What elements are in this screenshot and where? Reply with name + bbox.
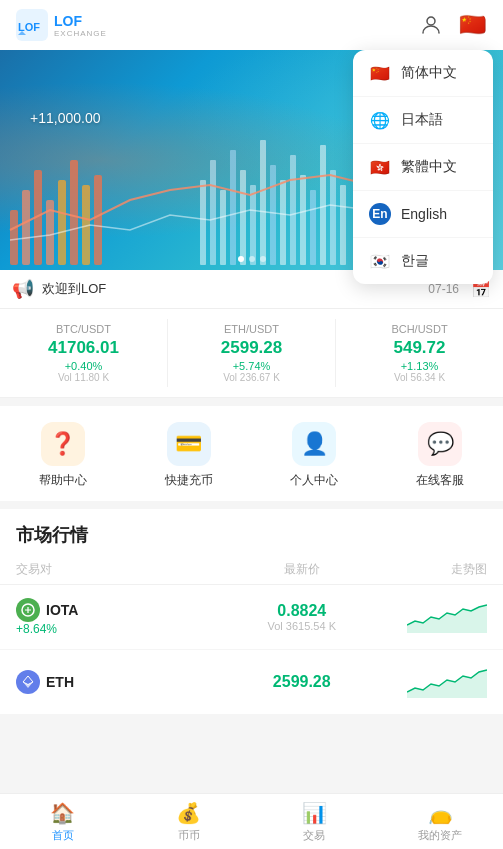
ticker-change-btc: +0.40% — [8, 360, 159, 372]
svg-rect-12 — [200, 180, 206, 265]
eth-coin-icon — [16, 670, 40, 694]
svg-rect-26 — [340, 185, 346, 265]
app-header: LOF LOF EXCHANGE 🇨🇳 — [0, 0, 503, 50]
action-support[interactable]: 💬 在线客服 — [377, 422, 503, 489]
svg-text:LOF: LOF — [18, 21, 40, 33]
ticker-item-btc[interactable]: BTC/USDT 41706.01 +0.40% Vol 11.80 K — [0, 319, 168, 387]
lang-item-english[interactable]: En English — [353, 191, 493, 238]
action-label-support: 在线客服 — [416, 472, 464, 489]
iota-pair-name: IOTA — [46, 602, 78, 618]
market-row-eth[interactable]: ETH 2599.28 — [0, 650, 503, 715]
eth-mini-chart — [407, 662, 487, 698]
ticker-vol-eth: Vol 236.67 K — [176, 372, 327, 383]
ticker-price-eth: 2599.28 — [176, 338, 327, 358]
svg-rect-11 — [94, 175, 102, 265]
ticker-vol-btc: Vol 11.80 K — [8, 372, 159, 383]
lang-item-simplified-chinese[interactable]: 🇨🇳 简体中文 — [353, 50, 493, 97]
svg-rect-22 — [300, 175, 306, 265]
flag-english: En — [369, 203, 391, 225]
profile-icon-wrap: 👤 — [292, 422, 336, 466]
lang-label-korean: 한글 — [401, 252, 429, 270]
lang-item-korean[interactable]: 🇰🇷 한글 — [353, 238, 493, 284]
nav-label-trade: 交易 — [303, 828, 325, 843]
price-col-eth: 2599.28 — [207, 673, 398, 691]
coins-icon: 💰 — [176, 801, 201, 825]
lang-label-simplified-chinese: 简体中文 — [401, 64, 457, 82]
action-recharge[interactable]: 💳 快捷充币 — [126, 422, 252, 489]
eth-price: 2599.28 — [207, 673, 398, 691]
lang-label-english: English — [401, 206, 447, 222]
svg-rect-9 — [70, 160, 78, 265]
svg-rect-24 — [320, 145, 326, 265]
svg-rect-14 — [220, 190, 226, 265]
support-icon-wrap: 💬 — [418, 422, 462, 466]
svg-point-3 — [427, 17, 435, 25]
ticker-price-btc: 41706.01 — [8, 338, 159, 358]
banner-dot-2[interactable] — [249, 256, 255, 262]
nav-label-home: 首页 — [52, 828, 74, 843]
action-profile[interactable]: 👤 个人中心 — [252, 422, 378, 489]
svg-rect-18 — [260, 140, 266, 265]
ticker-pair-bch: BCH/USDT — [344, 323, 495, 335]
nav-label-assets: 我的资产 — [418, 828, 462, 843]
ticker-change-bch: +1.13% — [344, 360, 495, 372]
pair-col-eth: ETH — [16, 670, 207, 694]
lang-item-traditional-chinese[interactable]: 🇭🇰 繁體中文 — [353, 144, 493, 191]
svg-rect-23 — [310, 190, 316, 265]
help-icon: ❓ — [49, 431, 76, 457]
svg-rect-13 — [210, 160, 216, 265]
nav-trade[interactable]: 📊 交易 — [252, 794, 378, 849]
iota-vol: Vol 3615.54 K — [207, 620, 398, 632]
ticker-pair-eth: ETH/USDT — [176, 323, 327, 335]
svg-marker-28 — [407, 605, 487, 633]
ticker-item-eth[interactable]: ETH/USDT 2599.28 +5.74% Vol 236.67 K — [168, 319, 336, 387]
nav-assets[interactable]: 👝 我的资产 — [377, 794, 503, 849]
svg-rect-4 — [10, 210, 18, 265]
nav-label-coins: 币币 — [178, 828, 200, 843]
home-icon: 🏠 — [50, 801, 75, 825]
recharge-icon-wrap: 💳 — [167, 422, 211, 466]
lang-label-japanese: 日本語 — [401, 111, 443, 129]
svg-rect-16 — [240, 170, 246, 265]
flag-japanese: 🌐 — [369, 109, 391, 131]
bottom-navigation: 🏠 首页 💰 币币 📊 交易 👝 我的资产 — [0, 793, 503, 849]
lang-label-traditional-chinese: 繁體中文 — [401, 158, 457, 176]
banner-amount: +11,000.00 — [30, 110, 100, 126]
action-label-profile: 个人中心 — [290, 472, 338, 489]
market-section: 市场行情 交易对 最新价 走势图 IOTA +8.64% 0.8824 Vol … — [0, 509, 503, 715]
nav-home[interactable]: 🏠 首页 — [0, 794, 126, 849]
price-ticker: BTC/USDT 41706.01 +0.40% Vol 11.80 K ETH… — [0, 309, 503, 398]
iota-change: +8.64% — [16, 622, 207, 636]
quick-actions: ❓ 帮助中心 💳 快捷充币 👤 个人中心 💬 在线客服 — [0, 406, 503, 501]
banner-dot-3[interactable] — [260, 256, 266, 262]
action-label-help: 帮助中心 — [39, 472, 87, 489]
banner-dot-1[interactable] — [238, 256, 244, 262]
ticker-item-bch[interactable]: BCH/USDT 549.72 +1.13% Vol 56.34 K — [336, 319, 503, 387]
ticker-change-eth: +5.74% — [176, 360, 327, 372]
header-actions: 🇨🇳 — [417, 10, 487, 40]
svg-rect-8 — [58, 180, 66, 265]
nav-coins[interactable]: 💰 币币 — [126, 794, 252, 849]
ticker-pair-btc: BTC/USDT — [8, 323, 159, 335]
language-flag-icon[interactable]: 🇨🇳 — [457, 10, 487, 40]
flag-traditional-chinese: 🇭🇰 — [369, 156, 391, 178]
col-pair-label: 交易对 — [16, 561, 207, 578]
svg-marker-30 — [23, 682, 33, 688]
col-price-label: 最新价 — [207, 561, 398, 578]
ticker-price-bch: 549.72 — [344, 338, 495, 358]
eth-pair-name: ETH — [46, 674, 74, 690]
col-chart-label: 走势图 — [397, 561, 487, 578]
svg-rect-17 — [250, 185, 256, 265]
action-help[interactable]: ❓ 帮助中心 — [0, 422, 126, 489]
svg-rect-19 — [270, 165, 276, 265]
market-row-iota[interactable]: IOTA +8.64% 0.8824 Vol 3615.54 K — [0, 585, 503, 650]
banner-indicators — [238, 256, 266, 262]
lang-item-japanese[interactable]: 🌐 日本語 — [353, 97, 493, 144]
logo: LOF LOF EXCHANGE — [16, 9, 107, 41]
language-dropdown[interactable]: 🇨🇳 简体中文 🌐 日本語 🇭🇰 繁體中文 En English 🇰🇷 한글 — [353, 50, 493, 284]
chart-col-eth — [397, 662, 487, 702]
svg-rect-21 — [290, 155, 296, 265]
flag-korean: 🇰🇷 — [369, 250, 391, 272]
assets-icon: 👝 — [428, 801, 453, 825]
user-icon[interactable] — [417, 11, 445, 39]
